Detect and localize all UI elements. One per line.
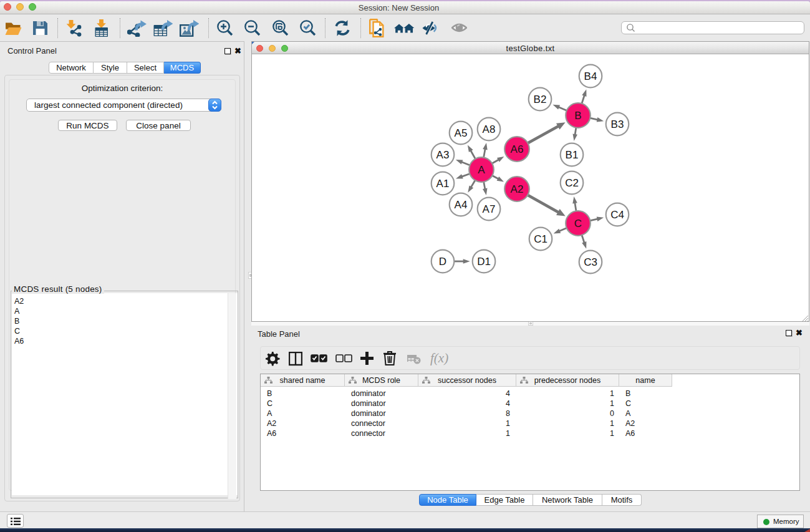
- svg-text:C3: C3: [584, 256, 597, 268]
- svg-text:A3: A3: [436, 149, 450, 161]
- svg-text:A6: A6: [511, 143, 524, 155]
- svg-text:C1: C1: [534, 233, 547, 245]
- svg-text:B4: B4: [584, 70, 597, 82]
- svg-text:D: D: [439, 256, 446, 268]
- svg-text:B: B: [574, 110, 581, 122]
- svg-text:A5: A5: [455, 127, 468, 139]
- svg-text:C: C: [574, 218, 582, 230]
- svg-text:A4: A4: [455, 199, 468, 211]
- svg-text:C4: C4: [610, 209, 624, 221]
- svg-text:A2: A2: [511, 183, 524, 195]
- svg-text:A: A: [478, 164, 485, 176]
- svg-text:B2: B2: [534, 94, 547, 105]
- svg-text:C2: C2: [565, 177, 579, 189]
- svg-text:B1: B1: [566, 149, 579, 161]
- svg-text:A8: A8: [483, 123, 496, 135]
- svg-text:A7: A7: [483, 203, 496, 215]
- svg-text:B3: B3: [611, 118, 624, 130]
- svg-text:A1: A1: [436, 178, 450, 190]
- svg-text:D1: D1: [477, 256, 491, 268]
